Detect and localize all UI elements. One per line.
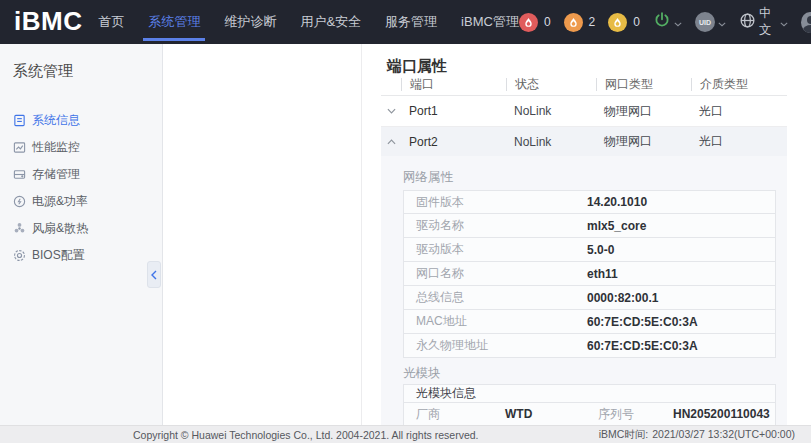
- chevron-down-icon[interactable]: [381, 108, 401, 114]
- port-name: Port2: [401, 135, 506, 149]
- main-content: 端口属性 端口 状态 网口类型 介质类型 Port1 NoLink 物理网: [163, 44, 811, 425]
- table-row: 固件版本 14.20.1010: [403, 190, 776, 214]
- port2-detail-panel: 网络属性 固件版本 14.20.1010 驱动名称 mlx5_core 驱动版本: [381, 156, 787, 425]
- ibmc-time-value: 2021/03/27 13:32(UTC+00:00): [652, 428, 795, 442]
- nav-system-management[interactable]: 系统管理: [148, 0, 200, 44]
- column-header-port: 端口: [401, 78, 506, 91]
- optical-module-title: 光模块: [403, 366, 776, 380]
- sidebar-collapse-button[interactable]: [147, 261, 161, 288]
- uid-icon: UID: [695, 12, 715, 32]
- sidebar-title: 系统管理: [13, 62, 162, 81]
- language-label: 中文: [759, 5, 777, 39]
- critical-alarm-count: 0: [544, 15, 551, 29]
- table-row: 驱动版本 5.0-0: [403, 238, 776, 262]
- performance-monitor-icon: [13, 141, 26, 154]
- power-icon: [653, 11, 671, 33]
- ibmc-app: iBMC 首页 系统管理 维护诊断 用户&安全 服务管理 iBMC管理 0 2: [0, 0, 811, 443]
- table-row: MAC地址 60:7E:CD:5E:C0:3A: [403, 310, 776, 334]
- minor-alarm-indicator[interactable]: 0: [608, 13, 640, 32]
- port-table-header: 端口 状态 网口类型 介质类型: [381, 78, 787, 96]
- table-row: 总线信息 0000:82:00.1: [403, 286, 776, 310]
- critical-alarm-indicator[interactable]: 0: [519, 13, 551, 32]
- table-row-port2[interactable]: Port2 NoLink 物理网口 光口: [381, 127, 787, 156]
- storage-icon: [13, 168, 26, 181]
- sidebar-item-system-info[interactable]: 系统信息: [13, 107, 162, 134]
- user-avatar[interactable]: [801, 12, 811, 33]
- property-value: WTD: [505, 407, 598, 421]
- property-label: 总线信息: [404, 289, 587, 306]
- sidebar-item-label: 电源&功率: [32, 193, 88, 210]
- property-label: 序列号: [598, 406, 673, 423]
- property-label: MAC地址: [404, 313, 587, 330]
- sidebar-item-storage-management[interactable]: 存储管理: [13, 161, 162, 188]
- property-label: 固件版本: [404, 194, 587, 211]
- copyright-text: Copyright © Huawei Technologies Co., Ltd…: [133, 429, 479, 441]
- nav-service-management[interactable]: 服务管理: [385, 0, 437, 44]
- table-row-port1[interactable]: Port1 NoLink 物理网口 光口: [381, 96, 787, 127]
- major-alarm-count: 2: [589, 15, 596, 29]
- topbar-controls: 0 2 0: [519, 5, 811, 39]
- ibmc-logo[interactable]: iBMC: [14, 6, 82, 37]
- sidebar-item-power[interactable]: 电源&功率: [13, 188, 162, 215]
- table-row: 厂商 WTD 序列号 HN205200110043: [403, 403, 776, 425]
- power-icon: [13, 195, 26, 208]
- nav-home[interactable]: 首页: [98, 0, 124, 44]
- optical-module-info-header: 光模块信息: [403, 384, 776, 403]
- chevron-down-icon: [674, 13, 682, 31]
- avatar-body: [803, 25, 811, 33]
- major-alarm-flame-icon: [564, 13, 583, 32]
- page-title: 端口属性: [387, 58, 787, 74]
- sidebar: 系统管理 系统信息 性能监控 存储管理: [0, 44, 163, 425]
- sidebar-item-performance-monitor[interactable]: 性能监控: [13, 134, 162, 161]
- power-control[interactable]: [653, 11, 682, 33]
- property-value: eth11: [587, 267, 775, 281]
- ibmc-time: iBMC时间: 2021/03/27 13:32(UTC+00:00): [599, 428, 795, 442]
- property-label: 厂商: [404, 406, 505, 423]
- property-value: 14.20.1010: [587, 195, 775, 209]
- chevron-left-icon: [151, 266, 157, 284]
- nav-maintenance-diagnosis[interactable]: 维护诊断: [224, 0, 276, 44]
- sidebar-item-label: 存储管理: [32, 166, 80, 183]
- property-label: 网口名称: [404, 265, 587, 282]
- port-media-type: 光口: [691, 133, 787, 150]
- minor-alarm-count: 0: [633, 15, 640, 29]
- sidebar-item-bios-config[interactable]: BIOS配置: [13, 242, 162, 269]
- port-name: Port1: [401, 104, 506, 118]
- network-properties-table: 固件版本 14.20.1010 驱动名称 mlx5_core 驱动版本 5.0-…: [403, 190, 776, 358]
- property-label: 驱动名称: [404, 217, 587, 234]
- network-properties-title: 网络属性: [403, 170, 776, 184]
- port-status: NoLink: [506, 104, 596, 118]
- property-value: 5.0-0: [587, 243, 775, 257]
- language-selector[interactable]: 中文: [739, 5, 788, 39]
- nav-ibmc-management[interactable]: iBMC管理: [461, 0, 519, 44]
- uid-control[interactable]: UID: [695, 12, 726, 32]
- chevron-down-icon: [718, 13, 726, 31]
- ibmc-time-label: iBMC时间:: [599, 428, 649, 442]
- table-row: 网口名称 eth11: [403, 262, 776, 286]
- sidebar-item-label: BIOS配置: [32, 247, 85, 264]
- property-value: 60:7E:CD:5E:C0:3A: [587, 315, 775, 329]
- port-net-type: 物理网口: [596, 133, 691, 150]
- port-media-type: 光口: [691, 103, 787, 120]
- port-status: NoLink: [506, 135, 596, 149]
- minor-alarm-flame-icon: [608, 13, 627, 32]
- major-alarm-indicator[interactable]: 2: [564, 13, 596, 32]
- chevron-up-icon[interactable]: [381, 139, 401, 145]
- bios-settings-icon: [13, 249, 26, 262]
- port-properties-panel: 端口属性 端口 状态 网口类型 介质类型 Port1 NoLink 物理网: [381, 58, 787, 425]
- page-body: 系统管理 系统信息 性能监控 存储管理: [0, 44, 811, 425]
- nav-user-security[interactable]: 用户&安全: [300, 0, 361, 44]
- property-value: mlx5_core: [587, 219, 775, 233]
- optical-module-table: 光模块信息 厂商 WTD 序列号 HN205200110043: [403, 384, 776, 425]
- column-header-status: 状态: [506, 78, 596, 91]
- avatar-head: [807, 16, 811, 24]
- main-nav: 首页 系统管理 维护诊断 用户&安全 服务管理 iBMC管理: [98, 0, 518, 44]
- content-divider: [361, 44, 362, 425]
- table-row: 永久物理地址 60:7E:CD:5E:C0:3A: [403, 334, 776, 358]
- column-header-media-type: 介质类型: [691, 78, 787, 91]
- chevron-down-icon: [780, 13, 788, 31]
- property-value: 0000:82:00.1: [587, 291, 775, 305]
- sidebar-item-label: 系统信息: [32, 112, 80, 129]
- sidebar-item-fan-cooling[interactable]: 风扇&散热: [13, 215, 162, 242]
- property-value: HN205200110043: [673, 407, 775, 421]
